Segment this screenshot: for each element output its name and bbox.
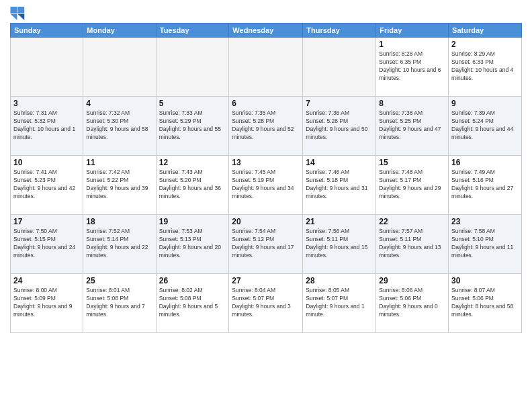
calendar-cell: 22Sunrise: 7:57 AM Sunset: 5:11 PM Dayli… xyxy=(376,215,449,274)
week-row-2: 3Sunrise: 7:31 AM Sunset: 5:32 PM Daylig… xyxy=(11,97,522,156)
calendar-cell: 2Sunrise: 8:29 AM Sunset: 6:33 PM Daylig… xyxy=(449,38,522,97)
day-info: Sunrise: 7:35 AM Sunset: 5:28 PM Dayligh… xyxy=(232,109,300,142)
day-number: 19 xyxy=(159,217,226,226)
day-number: 21 xyxy=(306,217,373,226)
day-number: 6 xyxy=(232,99,300,108)
calendar-cell: 5Sunrise: 7:33 AM Sunset: 5:29 PM Daylig… xyxy=(156,97,229,156)
day-info: Sunrise: 8:29 AM Sunset: 6:33 PM Dayligh… xyxy=(451,50,519,83)
weekday-header-thursday: Thursday xyxy=(303,24,376,38)
day-info: Sunrise: 7:48 AM Sunset: 5:17 PM Dayligh… xyxy=(379,169,445,201)
calendar-cell xyxy=(11,38,83,97)
day-info: Sunrise: 7:52 AM Sunset: 5:14 PM Dayligh… xyxy=(86,228,152,260)
day-number: 23 xyxy=(451,217,519,226)
calendar-cell xyxy=(156,38,229,97)
weekday-header-sunday: Sunday xyxy=(11,24,83,38)
calendar-cell: 7Sunrise: 7:36 AM Sunset: 5:26 PM Daylig… xyxy=(303,97,376,156)
day-info: Sunrise: 7:31 AM Sunset: 5:32 PM Dayligh… xyxy=(13,109,80,142)
day-info: Sunrise: 8:04 AM Sunset: 5:07 PM Dayligh… xyxy=(232,287,300,319)
calendar-cell: 29Sunrise: 8:06 AM Sunset: 5:06 PM Dayli… xyxy=(376,274,449,333)
svg-marker-2 xyxy=(10,14,17,20)
day-number: 15 xyxy=(379,158,445,167)
calendar-cell xyxy=(83,38,156,97)
calendar-cell: 27Sunrise: 8:04 AM Sunset: 5:07 PM Dayli… xyxy=(229,274,303,333)
week-row-4: 17Sunrise: 7:50 AM Sunset: 5:15 PM Dayli… xyxy=(11,215,522,274)
day-number: 8 xyxy=(379,99,445,108)
header xyxy=(10,7,522,20)
day-number: 22 xyxy=(379,217,445,226)
day-info: Sunrise: 8:28 AM Sunset: 6:35 PM Dayligh… xyxy=(379,50,445,83)
day-info: Sunrise: 7:39 AM Sunset: 5:24 PM Dayligh… xyxy=(451,109,519,142)
day-info: Sunrise: 7:49 AM Sunset: 5:16 PM Dayligh… xyxy=(451,169,519,201)
svg-rect-1 xyxy=(17,7,24,13)
logo-icon xyxy=(10,7,26,20)
day-number: 28 xyxy=(306,276,373,285)
day-info: Sunrise: 7:43 AM Sunset: 5:20 PM Dayligh… xyxy=(159,169,226,201)
weekday-header-monday: Monday xyxy=(83,24,156,38)
calendar-cell: 30Sunrise: 8:07 AM Sunset: 5:06 PM Dayli… xyxy=(449,274,522,333)
day-info: Sunrise: 7:45 AM Sunset: 5:19 PM Dayligh… xyxy=(232,169,300,201)
calendar-cell: 14Sunrise: 7:46 AM Sunset: 5:18 PM Dayli… xyxy=(303,156,376,215)
calendar-cell: 24Sunrise: 8:00 AM Sunset: 5:09 PM Dayli… xyxy=(11,274,83,333)
calendar-cell: 3Sunrise: 7:31 AM Sunset: 5:32 PM Daylig… xyxy=(11,97,83,156)
calendar-cell: 19Sunrise: 7:53 AM Sunset: 5:13 PM Dayli… xyxy=(156,215,229,274)
calendar-cell: 12Sunrise: 7:43 AM Sunset: 5:20 PM Dayli… xyxy=(156,156,229,215)
calendar-cell: 23Sunrise: 7:58 AM Sunset: 5:10 PM Dayli… xyxy=(449,215,522,274)
day-number: 29 xyxy=(379,276,445,285)
day-number: 4 xyxy=(86,99,152,108)
day-number: 10 xyxy=(13,158,80,167)
calendar-cell xyxy=(229,38,303,97)
day-info: Sunrise: 7:56 AM Sunset: 5:11 PM Dayligh… xyxy=(306,228,373,260)
calendar-cell: 21Sunrise: 7:56 AM Sunset: 5:11 PM Dayli… xyxy=(303,215,376,274)
week-row-1: 1Sunrise: 8:28 AM Sunset: 6:35 PM Daylig… xyxy=(11,38,522,97)
svg-marker-3 xyxy=(17,14,24,20)
day-number: 27 xyxy=(232,276,300,285)
day-info: Sunrise: 8:02 AM Sunset: 5:08 PM Dayligh… xyxy=(159,287,226,319)
day-number: 17 xyxy=(13,217,80,226)
day-number: 24 xyxy=(13,276,80,285)
calendar-cell: 4Sunrise: 7:32 AM Sunset: 5:30 PM Daylig… xyxy=(83,97,156,156)
day-info: Sunrise: 7:42 AM Sunset: 5:22 PM Dayligh… xyxy=(86,169,152,201)
weekday-header-saturday: Saturday xyxy=(449,24,522,38)
day-number: 20 xyxy=(232,217,300,226)
day-info: Sunrise: 7:41 AM Sunset: 5:23 PM Dayligh… xyxy=(13,169,80,201)
weekday-header-tuesday: Tuesday xyxy=(156,24,229,38)
day-number: 12 xyxy=(159,158,226,167)
day-info: Sunrise: 7:50 AM Sunset: 5:15 PM Dayligh… xyxy=(13,228,80,260)
day-number: 30 xyxy=(451,276,519,285)
calendar: SundayMondayTuesdayWednesdayThursdayFrid… xyxy=(10,23,522,333)
day-number: 7 xyxy=(306,99,373,108)
weekday-header-wednesday: Wednesday xyxy=(229,24,303,38)
day-number: 13 xyxy=(232,158,300,167)
day-number: 3 xyxy=(13,99,80,108)
day-number: 5 xyxy=(159,99,226,108)
day-info: Sunrise: 7:58 AM Sunset: 5:10 PM Dayligh… xyxy=(451,228,519,260)
day-number: 14 xyxy=(306,158,373,167)
day-number: 26 xyxy=(159,276,226,285)
calendar-cell: 10Sunrise: 7:41 AM Sunset: 5:23 PM Dayli… xyxy=(11,156,83,215)
day-info: Sunrise: 7:57 AM Sunset: 5:11 PM Dayligh… xyxy=(379,228,445,260)
week-row-3: 10Sunrise: 7:41 AM Sunset: 5:23 PM Dayli… xyxy=(11,156,522,215)
calendar-cell: 11Sunrise: 7:42 AM Sunset: 5:22 PM Dayli… xyxy=(83,156,156,215)
day-info: Sunrise: 7:33 AM Sunset: 5:29 PM Dayligh… xyxy=(159,109,226,142)
calendar-cell: 16Sunrise: 7:49 AM Sunset: 5:16 PM Dayli… xyxy=(449,156,522,215)
logo xyxy=(10,7,29,20)
day-number: 2 xyxy=(451,40,519,49)
calendar-cell: 26Sunrise: 8:02 AM Sunset: 5:08 PM Dayli… xyxy=(156,274,229,333)
day-number: 16 xyxy=(451,158,519,167)
week-row-5: 24Sunrise: 8:00 AM Sunset: 5:09 PM Dayli… xyxy=(11,274,522,333)
day-info: Sunrise: 7:38 AM Sunset: 5:25 PM Dayligh… xyxy=(379,109,445,142)
day-info: Sunrise: 8:05 AM Sunset: 5:07 PM Dayligh… xyxy=(306,287,373,319)
calendar-cell: 13Sunrise: 7:45 AM Sunset: 5:19 PM Dayli… xyxy=(229,156,303,215)
svg-rect-0 xyxy=(10,7,17,13)
calendar-cell: 15Sunrise: 7:48 AM Sunset: 5:17 PM Dayli… xyxy=(376,156,449,215)
day-number: 25 xyxy=(86,276,152,285)
day-number: 18 xyxy=(86,217,152,226)
day-number: 1 xyxy=(379,40,445,49)
calendar-cell: 1Sunrise: 8:28 AM Sunset: 6:35 PM Daylig… xyxy=(376,38,449,97)
weekday-header-row: SundayMondayTuesdayWednesdayThursdayFrid… xyxy=(11,24,522,38)
day-info: Sunrise: 8:07 AM Sunset: 5:06 PM Dayligh… xyxy=(451,287,519,319)
day-number: 11 xyxy=(86,158,152,167)
day-info: Sunrise: 7:46 AM Sunset: 5:18 PM Dayligh… xyxy=(306,169,373,201)
calendar-cell: 18Sunrise: 7:52 AM Sunset: 5:14 PM Dayli… xyxy=(83,215,156,274)
calendar-cell xyxy=(303,38,376,97)
